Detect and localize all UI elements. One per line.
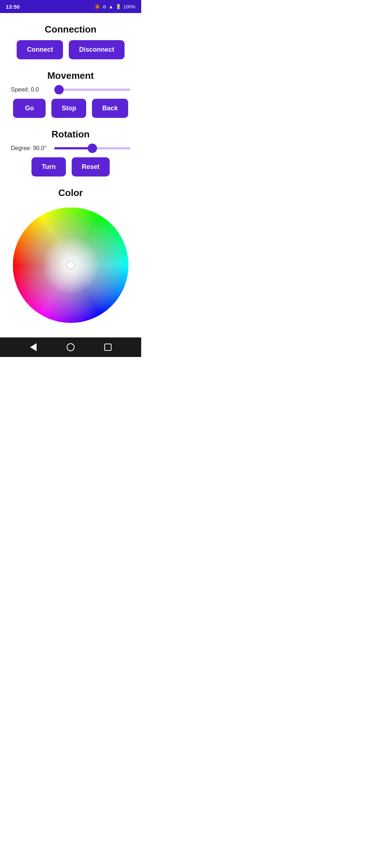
mute-icon: 🔕 [94,4,100,9]
minus-circle-icon: ⊖ [102,4,106,9]
speed-slider-track[interactable] [54,89,130,91]
connect-button[interactable]: Connect [17,40,63,59]
bottom-nav [0,337,141,357]
back-button[interactable]: Back [92,99,128,118]
nav-recents-icon [104,344,112,351]
disconnect-button[interactable]: Disconnect [69,40,124,59]
degree-slider-thumb[interactable] [88,144,97,153]
degree-label: Degree: 90.0° [11,145,47,152]
speed-label: Speed: 0.0 [11,86,47,93]
stop-button[interactable]: Stop [51,99,86,118]
rotation-buttons: Turn Reset [31,157,110,176]
go-button[interactable]: Go [13,99,46,118]
movement-title: Movement [47,70,94,81]
speed-slider-row: Speed: 0.0 [7,86,134,93]
connection-section: Connection Connect Disconnect [7,24,134,59]
nav-home-button[interactable] [63,340,78,354]
turn-button[interactable]: Turn [31,157,66,176]
speed-slider-thumb[interactable] [54,85,64,94]
color-wheel[interactable] [13,207,129,323]
rotation-section: Rotation Degree: 90.0° Turn Reset [7,129,134,176]
degree-slider-fill [54,147,92,149]
nav-back-button[interactable] [26,340,41,354]
status-icons: 🔕 ⊖ ▲ 🔋 100% [94,4,135,9]
color-title: Color [58,187,83,199]
rotation-title: Rotation [51,129,89,140]
nav-recents-button[interactable] [101,340,115,354]
battery-icon: 🔋 [115,4,121,9]
color-wheel-selector[interactable] [67,261,74,269]
status-bar: 13:50 🔕 ⊖ ▲ 🔋 100% [0,0,141,13]
degree-slider-row: Degree: 90.0° [7,145,134,152]
nav-back-icon [30,343,37,351]
movement-section: Movement Speed: 0.0 Go Stop Back [7,70,134,118]
main-content: Connection Connect Disconnect Movement S… [0,13,141,337]
connection-buttons: Connect Disconnect [17,40,124,59]
reset-button[interactable]: Reset [72,157,110,176]
battery-percent: 100% [123,4,135,9]
color-section: Color [7,187,134,323]
movement-buttons: Go Stop Back [13,99,128,118]
status-time: 13:50 [6,4,20,10]
nav-home-icon [67,343,75,351]
connection-title: Connection [45,24,97,35]
degree-slider-track[interactable] [54,147,130,149]
wifi-icon: ▲ [109,4,113,9]
